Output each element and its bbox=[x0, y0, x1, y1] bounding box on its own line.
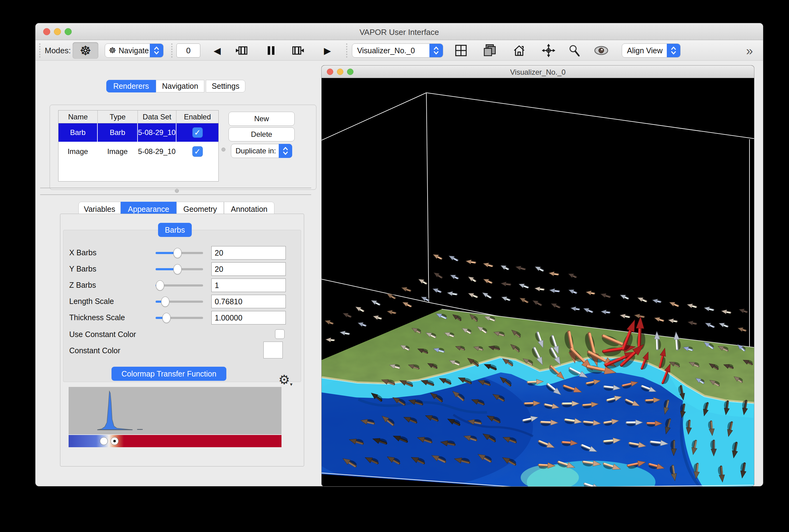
visualizer-select-value: Visualizer_No._0 bbox=[352, 46, 415, 55]
colormap-control-point[interactable] bbox=[111, 437, 118, 445]
recenter-view-icon[interactable] bbox=[540, 43, 557, 58]
delete-renderer-button[interactable]: Delete bbox=[228, 127, 295, 141]
param-slider[interactable] bbox=[155, 264, 203, 274]
pause-icon[interactable] bbox=[263, 43, 279, 58]
chevron-updown-icon bbox=[667, 43, 680, 58]
terrain-surface bbox=[322, 292, 754, 487]
visualizer-select[interactable]: Visualizer_No._0 bbox=[352, 43, 443, 58]
enabled-checkbox[interactable]: ✓ bbox=[192, 146, 203, 157]
splitter-handle[interactable] bbox=[175, 189, 179, 193]
window-title: VAPOR User Interface bbox=[36, 27, 763, 37]
constant-color-swatch[interactable] bbox=[263, 342, 283, 358]
play-backward-icon[interactable]: ◀ bbox=[209, 43, 225, 58]
enabled-checkbox[interactable]: ✓ bbox=[192, 127, 203, 138]
table-row[interactable]: Image Image 5-08-29_10 ✓ bbox=[58, 142, 218, 161]
param-slider[interactable] bbox=[155, 280, 203, 290]
cell-name[interactable]: Barb bbox=[58, 124, 98, 142]
param-label: Length Scale bbox=[69, 297, 114, 306]
param-slider[interactable] bbox=[155, 248, 203, 258]
use-constant-color-checkbox[interactable] bbox=[275, 329, 285, 339]
modes-label: Modes: bbox=[45, 46, 71, 55]
transfer-function-histogram[interactable] bbox=[69, 387, 281, 434]
colormap-transfer-function-label: Colormap Transfer Function bbox=[111, 367, 226, 381]
toolbar-overflow-icon[interactable]: » bbox=[746, 44, 753, 58]
visualizer-title: Visualizer_No._0 bbox=[322, 68, 754, 77]
use-constant-color-label: Use Constant Color bbox=[69, 330, 136, 339]
cell-dataset[interactable]: 5-08-29_10 bbox=[138, 124, 177, 142]
play-forward-icon[interactable]: ▶ bbox=[319, 43, 336, 58]
cell-type[interactable]: Image bbox=[98, 142, 138, 161]
param-value-field[interactable] bbox=[211, 311, 286, 324]
ship-wheel-icon: ☸ bbox=[80, 43, 91, 58]
3d-scene[interactable] bbox=[322, 78, 754, 487]
ship-wheel-icon: ☸ bbox=[105, 45, 116, 55]
toolbar-separator bbox=[39, 43, 40, 58]
splitter-line bbox=[40, 194, 311, 195]
visualizer-titlebar[interactable]: Visualizer_No._0 bbox=[322, 65, 754, 78]
renderer-table[interactable]: Name Type Data Set Enabled Barb Barb 5-0… bbox=[58, 110, 219, 182]
param-label: Thickness Scale bbox=[69, 313, 125, 322]
step-forward-icon[interactable] bbox=[289, 43, 306, 58]
chevron-updown-icon bbox=[150, 43, 163, 58]
new-renderer-button[interactable]: New bbox=[228, 112, 295, 126]
chevron-updown-icon bbox=[429, 43, 443, 58]
splitter-line bbox=[40, 188, 311, 188]
cascade-windows-icon[interactable] bbox=[481, 43, 498, 58]
mode-select[interactable]: ☸ Navigate bbox=[105, 43, 164, 58]
param-slider[interactable] bbox=[155, 312, 203, 323]
param-value-field[interactable] bbox=[211, 279, 286, 292]
align-view-value: Align View bbox=[622, 46, 662, 55]
param-label: Y Barbs bbox=[69, 264, 96, 273]
align-view-select[interactable]: Align View bbox=[622, 43, 681, 58]
barbs-section-label: Barbs bbox=[158, 223, 192, 237]
col-enabled[interactable]: Enabled bbox=[177, 111, 218, 123]
param-slider[interactable] bbox=[155, 296, 203, 307]
tile-windows-icon[interactable] bbox=[453, 43, 469, 58]
magnifier-icon[interactable] bbox=[566, 43, 583, 58]
cell-dataset[interactable]: 5-08-29_10 bbox=[138, 142, 177, 161]
toolbar-separator bbox=[346, 43, 347, 58]
cell-type[interactable]: Barb bbox=[98, 124, 138, 142]
constant-color-label: Constant Color bbox=[69, 346, 121, 355]
colormap-control-point[interactable] bbox=[100, 437, 108, 445]
main-toolbar: Modes: ☸ ☸ Navigate ◀ ▶ Visualizer_No._0 bbox=[36, 40, 763, 61]
param-label: X Barbs bbox=[69, 248, 96, 257]
main-titlebar[interactable]: VAPOR User Interface bbox=[36, 23, 763, 40]
navigate-mode-button[interactable]: ☸ bbox=[73, 42, 98, 59]
col-name[interactable]: Name bbox=[58, 111, 98, 123]
main-window: VAPOR User Interface Modes: ☸ ☸ Navigate… bbox=[35, 23, 763, 487]
param-value-field[interactable] bbox=[211, 295, 286, 308]
home-icon[interactable] bbox=[511, 43, 528, 58]
tab-settings[interactable]: Settings bbox=[206, 80, 245, 92]
visualizer-window: Visualizer_No._0 bbox=[321, 65, 754, 487]
renderers-panel: Name Type Data Set Enabled Barb Barb 5-0… bbox=[50, 105, 316, 190]
param-label: Z Barbs bbox=[69, 281, 96, 289]
mode-select-value: Navigate bbox=[116, 46, 149, 55]
table-row[interactable]: Barb Barb 5-08-29_10 ✓ bbox=[58, 124, 218, 142]
frame-counter-field[interactable] bbox=[177, 43, 200, 58]
panel-grip[interactable] bbox=[221, 148, 225, 152]
tab-navigation[interactable]: Navigation bbox=[156, 80, 204, 92]
3d-viewport[interactable] bbox=[322, 78, 754, 487]
col-dataset[interactable]: Data Set bbox=[138, 111, 177, 123]
col-type[interactable]: Type bbox=[98, 111, 138, 123]
tab-renderers[interactable]: Renderers bbox=[106, 80, 156, 92]
param-value-field[interactable] bbox=[211, 262, 286, 276]
gear-icon[interactable]: ⚙▾ bbox=[278, 372, 293, 387]
renderer-table-header: Name Type Data Set Enabled bbox=[58, 111, 218, 124]
param-value-field[interactable] bbox=[211, 246, 286, 260]
chevron-updown-icon[interactable] bbox=[279, 144, 292, 158]
step-backward-icon[interactable] bbox=[234, 43, 251, 58]
eye-icon[interactable] bbox=[593, 43, 609, 58]
toolbar-separator bbox=[171, 43, 172, 58]
cell-name[interactable]: Image bbox=[58, 142, 98, 161]
